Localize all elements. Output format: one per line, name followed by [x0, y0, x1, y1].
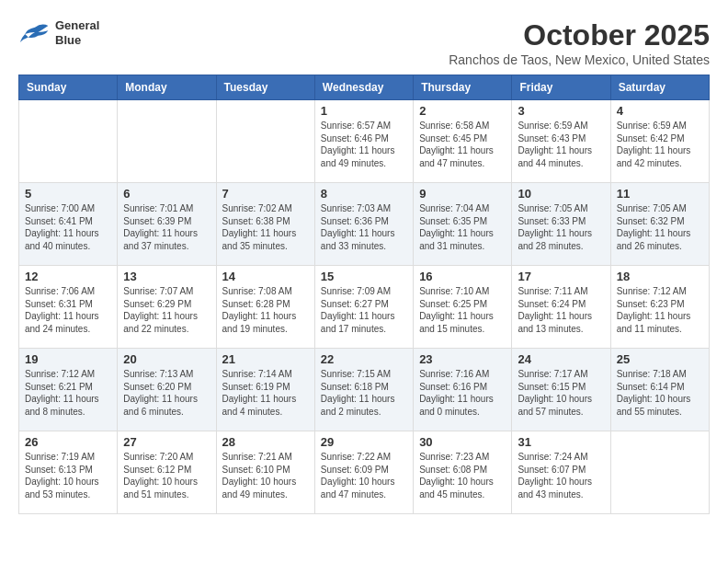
calendar-day-11: 11Sunrise: 7:05 AMSunset: 6:32 PMDayligh…: [610, 183, 709, 266]
day-number: 1: [321, 104, 407, 118]
calendar-day-7: 7Sunrise: 7:02 AMSunset: 6:38 PMDaylight…: [216, 183, 314, 266]
calendar-day-10: 10Sunrise: 7:05 AMSunset: 6:33 PMDayligh…: [512, 183, 610, 266]
day-number: 21: [222, 352, 309, 366]
day-info: Sunrise: 7:12 AMSunset: 6:23 PMDaylight:…: [617, 285, 703, 335]
day-number: 19: [25, 352, 111, 366]
calendar-day-3: 3Sunrise: 6:59 AMSunset: 6:43 PMDaylight…: [512, 100, 610, 183]
day-info: Sunrise: 7:06 AMSunset: 6:31 PMDaylight:…: [25, 285, 111, 335]
day-number: 5: [25, 187, 111, 201]
day-info: Sunrise: 6:59 AMSunset: 6:42 PMDaylight:…: [617, 120, 703, 169]
day-number: 26: [25, 435, 111, 449]
calendar-week-5: 26Sunrise: 7:19 AMSunset: 6:13 PMDayligh…: [19, 431, 710, 514]
calendar-table: SundayMondayTuesdayWednesdayThursdayFrid…: [18, 75, 710, 514]
calendar-week-4: 19Sunrise: 7:12 AMSunset: 6:21 PMDayligh…: [19, 349, 710, 431]
day-info: Sunrise: 7:17 AMSunset: 6:15 PMDaylight:…: [518, 368, 604, 418]
day-number: 29: [321, 435, 407, 449]
day-info: Sunrise: 7:08 AMSunset: 6:28 PMDaylight:…: [222, 285, 309, 335]
logo-icon: [18, 20, 51, 46]
calendar-day-22: 22Sunrise: 7:15 AMSunset: 6:18 PMDayligh…: [314, 349, 413, 431]
calendar-day-2: 2Sunrise: 6:58 AMSunset: 6:45 PMDaylight…: [414, 100, 512, 183]
day-info: Sunrise: 7:05 AMSunset: 6:32 PMDaylight:…: [617, 202, 703, 252]
calendar-day-4: 4Sunrise: 6:59 AMSunset: 6:42 PMDaylight…: [610, 100, 709, 183]
calendar-day-28: 28Sunrise: 7:21 AMSunset: 6:10 PMDayligh…: [216, 431, 314, 514]
day-info: Sunrise: 7:04 AMSunset: 6:35 PMDaylight:…: [419, 202, 506, 252]
month-title: October 2025: [449, 18, 710, 52]
day-info: Sunrise: 7:05 AMSunset: 6:33 PMDaylight:…: [518, 202, 604, 252]
day-info: Sunrise: 7:01 AMSunset: 6:39 PMDaylight:…: [123, 202, 210, 252]
day-info: Sunrise: 7:16 AMSunset: 6:16 PMDaylight:…: [419, 368, 506, 418]
calendar-day-15: 15Sunrise: 7:09 AMSunset: 6:27 PMDayligh…: [314, 266, 413, 349]
day-info: Sunrise: 7:02 AMSunset: 6:38 PMDaylight:…: [222, 202, 309, 252]
day-info: Sunrise: 7:03 AMSunset: 6:36 PMDaylight:…: [321, 202, 407, 252]
weekday-header-thursday: Thursday: [414, 75, 512, 100]
location: Ranchos de Taos, New Mexico, United Stat…: [449, 52, 710, 67]
day-info: Sunrise: 7:11 AMSunset: 6:24 PMDaylight:…: [518, 285, 604, 335]
calendar-day-16: 16Sunrise: 7:10 AMSunset: 6:25 PMDayligh…: [414, 266, 512, 349]
day-number: 9: [419, 187, 506, 201]
day-info: Sunrise: 7:18 AMSunset: 6:14 PMDaylight:…: [617, 368, 703, 418]
day-number: 24: [518, 352, 604, 366]
day-number: 7: [222, 187, 309, 201]
calendar-week-2: 5Sunrise: 7:00 AMSunset: 6:41 PMDaylight…: [19, 183, 710, 266]
day-info: Sunrise: 7:09 AMSunset: 6:27 PMDaylight:…: [321, 285, 407, 335]
calendar-body: 1Sunrise: 6:57 AMSunset: 6:46 PMDaylight…: [19, 100, 710, 514]
weekday-header-wednesday: Wednesday: [314, 75, 413, 100]
logo-text: General Blue: [55, 18, 99, 47]
day-info: Sunrise: 7:14 AMSunset: 6:19 PMDaylight:…: [222, 368, 309, 418]
day-info: Sunrise: 7:07 AMSunset: 6:29 PMDaylight:…: [123, 285, 210, 335]
calendar-day-24: 24Sunrise: 7:17 AMSunset: 6:15 PMDayligh…: [512, 349, 610, 431]
day-info: Sunrise: 7:22 AMSunset: 6:09 PMDaylight:…: [321, 451, 407, 500]
day-number: 8: [321, 187, 407, 201]
day-number: 30: [419, 435, 506, 449]
day-number: 3: [518, 104, 604, 118]
day-info: Sunrise: 7:15 AMSunset: 6:18 PMDaylight:…: [321, 368, 407, 418]
calendar-day-1: 1Sunrise: 6:57 AMSunset: 6:46 PMDaylight…: [314, 100, 413, 183]
calendar-day-5: 5Sunrise: 7:00 AMSunset: 6:41 PMDaylight…: [19, 183, 118, 266]
day-number: 31: [518, 435, 604, 449]
calendar-day-18: 18Sunrise: 7:12 AMSunset: 6:23 PMDayligh…: [610, 266, 709, 349]
day-info: Sunrise: 7:20 AMSunset: 6:12 PMDaylight:…: [123, 451, 210, 500]
day-info: Sunrise: 6:59 AMSunset: 6:43 PMDaylight:…: [518, 120, 604, 169]
calendar-day-9: 9Sunrise: 7:04 AMSunset: 6:35 PMDaylight…: [414, 183, 512, 266]
weekday-header-monday: Monday: [118, 75, 216, 100]
weekday-header-row: SundayMondayTuesdayWednesdayThursdayFrid…: [19, 75, 710, 100]
day-number: 18: [617, 270, 703, 283]
title-section: October 2025 Ranchos de Taos, New Mexico…: [449, 18, 710, 67]
day-number: 25: [617, 352, 703, 366]
day-number: 17: [518, 270, 604, 283]
calendar-week-1: 1Sunrise: 6:57 AMSunset: 6:46 PMDaylight…: [19, 100, 710, 183]
day-number: 22: [321, 352, 407, 366]
calendar-day-20: 20Sunrise: 7:13 AMSunset: 6:20 PMDayligh…: [118, 349, 216, 431]
day-number: 23: [419, 352, 506, 366]
calendar-day-13: 13Sunrise: 7:07 AMSunset: 6:29 PMDayligh…: [118, 266, 216, 349]
day-number: 14: [222, 270, 309, 283]
day-number: 4: [617, 104, 703, 118]
calendar-day-27: 27Sunrise: 7:20 AMSunset: 6:12 PMDayligh…: [118, 431, 216, 514]
calendar-day-31: 31Sunrise: 7:24 AMSunset: 6:07 PMDayligh…: [512, 431, 610, 514]
day-info: Sunrise: 7:24 AMSunset: 6:07 PMDaylight:…: [518, 451, 604, 500]
empty-day-cell: [216, 100, 314, 183]
weekday-header-sunday: Sunday: [19, 75, 118, 100]
day-info: Sunrise: 7:19 AMSunset: 6:13 PMDaylight:…: [25, 451, 111, 500]
day-info: Sunrise: 7:12 AMSunset: 6:21 PMDaylight:…: [25, 368, 111, 418]
empty-day-cell: [118, 100, 216, 183]
day-number: 12: [25, 270, 111, 283]
day-number: 13: [123, 270, 210, 283]
calendar-day-14: 14Sunrise: 7:08 AMSunset: 6:28 PMDayligh…: [216, 266, 314, 349]
empty-day-cell: [610, 431, 709, 514]
day-info: Sunrise: 7:13 AMSunset: 6:20 PMDaylight:…: [123, 368, 210, 418]
day-number: 15: [321, 270, 407, 283]
calendar-day-23: 23Sunrise: 7:16 AMSunset: 6:16 PMDayligh…: [414, 349, 512, 431]
empty-day-cell: [19, 100, 118, 183]
page-header: General Blue October 2025 Ranchos de Tao…: [18, 18, 710, 67]
calendar-day-25: 25Sunrise: 7:18 AMSunset: 6:14 PMDayligh…: [610, 349, 709, 431]
calendar-day-12: 12Sunrise: 7:06 AMSunset: 6:31 PMDayligh…: [19, 266, 118, 349]
calendar-day-26: 26Sunrise: 7:19 AMSunset: 6:13 PMDayligh…: [19, 431, 118, 514]
day-number: 2: [419, 104, 506, 118]
logo: General Blue: [18, 18, 99, 47]
day-number: 27: [123, 435, 210, 449]
day-number: 28: [222, 435, 309, 449]
calendar-day-21: 21Sunrise: 7:14 AMSunset: 6:19 PMDayligh…: [216, 349, 314, 431]
day-info: Sunrise: 6:57 AMSunset: 6:46 PMDaylight:…: [321, 120, 407, 169]
day-number: 20: [123, 352, 210, 366]
